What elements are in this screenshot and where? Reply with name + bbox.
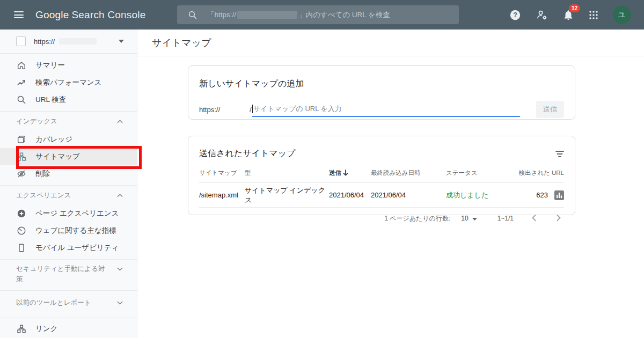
sidebar-item-sitemaps[interactable]: サイトマップ [0, 148, 137, 165]
rows-per-page-select[interactable]: 10 [461, 215, 477, 222]
sitemap-url-placeholder: サイトマップの URL を入力 [253, 104, 342, 114]
sidebar-item-mobile-usability[interactable]: モバイル ユーザビリティ [0, 239, 137, 256]
chevron-up-icon [117, 120, 123, 123]
property-selector[interactable]: https:// [0, 30, 137, 54]
sidebar-item-links[interactable]: リンク [0, 320, 137, 337]
chevron-down-icon [117, 267, 123, 271]
col-discovered-urls[interactable]: 検出された URL [516, 169, 564, 177]
top-app-bar: GoogleSearch Console 「https://」内のすべての UR… [0, 0, 644, 30]
col-type[interactable]: 型 [245, 169, 329, 177]
submitted-sitemaps-title: 送信されたサイトマップ [199, 148, 295, 159]
coverage-pages-icon [16, 135, 27, 144]
cell-submitted-date: 2021/06/04 [329, 191, 371, 199]
app-logo: GoogleSearch Console [35, 9, 145, 21]
redacted-domain [237, 11, 297, 19]
property-url: https:// [34, 38, 55, 46]
home-icon [16, 61, 27, 70]
topbar-actions: ? 12 ユ [509, 0, 631, 30]
sidebar-item-performance[interactable]: 検索パフォーマンス [0, 74, 137, 91]
table-header-row: サイトマップ 型 送信 最終読み込み日時 ステータス 検出された URL [199, 169, 564, 177]
sitemap-table-row[interactable]: /sitemap.xml サイトマップ インデックス 2021/06/04 20… [199, 183, 564, 207]
account-avatar[interactable]: ユ [613, 6, 631, 24]
help-button[interactable]: ? [509, 9, 521, 21]
search-placeholder: 「https://」内のすべての URL を検査 [207, 10, 390, 20]
url-inspect-search-icon [16, 95, 27, 105]
svg-text:?: ? [513, 11, 517, 19]
protocol-label: https:// [199, 106, 220, 114]
col-last-read[interactable]: 最終読み込み日時 [371, 169, 446, 177]
sidebar-item-coverage[interactable]: カバレッジ [0, 131, 137, 148]
add-sitemap-form: https:// / サイトマップの URL を入力 送信 [199, 101, 564, 118]
submitted-sitemaps-card: 送信されたサイトマップ サイトマップ 型 送信 最終読み込み日時 ステータス 検… [188, 136, 575, 215]
section-experience[interactable]: エクスペリエンス [0, 186, 137, 205]
submit-sitemap-button[interactable]: 送信 [536, 101, 564, 118]
property-dropdown-caret-icon [119, 40, 124, 43]
next-page-chevron-icon[interactable] [557, 215, 561, 223]
page-title: サイトマップ [152, 36, 211, 49]
add-sitemap-title: 新しいサイトマップの追加 [199, 78, 564, 90]
cell-last-read-date: 2021/06/04 [371, 191, 446, 199]
performance-chart-icon [16, 78, 27, 87]
view-coverage-chart-icon[interactable] [554, 190, 564, 200]
main-content: 新しいサイトマップの追加 https:// / サイトマップの URL を入力 … [137, 57, 644, 338]
sitemap-tree-icon [16, 152, 27, 161]
previous-page-chevron-icon[interactable] [532, 215, 536, 223]
rows-per-page-label: 1 ページあたりの行数: [384, 214, 450, 223]
smartphone-icon [16, 243, 27, 253]
section-security-manual-actions[interactable]: セキュリティと手動による対策 [0, 260, 137, 288]
cell-status-success: 成功しました [446, 190, 516, 200]
filter-icon[interactable] [555, 150, 564, 158]
pagination-range: 1~1/1 [497, 215, 514, 222]
visibility-off-icon [16, 169, 27, 179]
page-header: サイトマップ [137, 30, 644, 56]
redacted-domain-space [220, 109, 250, 110]
rows-per-page-caret-icon [472, 215, 477, 222]
add-sitemap-card: 新しいサイトマップの追加 https:// / サイトマップの URL を入力 … [188, 65, 575, 120]
col-submitted-sorted[interactable]: 送信 [329, 169, 371, 177]
speedometer-icon [16, 226, 27, 236]
notification-count-badge: 12 [569, 4, 580, 12]
logo-google: Google [35, 9, 69, 20]
text-cursor [252, 105, 253, 113]
col-sitemap[interactable]: サイトマップ [199, 169, 245, 177]
sidebar-item-summary[interactable]: サマリー [0, 57, 137, 74]
user-settings-icon[interactable] [536, 9, 548, 21]
sort-descending-arrow-icon [343, 170, 348, 177]
property-favicon [16, 36, 26, 46]
links-tree-icon [16, 324, 27, 334]
search-icon [188, 11, 197, 19]
google-apps-grid-icon[interactable] [589, 10, 598, 20]
cell-sitemap-path: /sitemap.xml [199, 191, 245, 199]
sidebar-item-page-experience[interactable]: ページ エクスペリエンス [0, 205, 137, 222]
hamburger-menu-icon[interactable] [14, 10, 24, 20]
cell-type: サイトマップ インデックス [245, 186, 329, 205]
sidebar-item-removals[interactable]: 削除 [0, 165, 137, 182]
redacted-property-domain [59, 38, 97, 45]
sidebar: https:// サマリー 検索パフォーマンス URL 検査 インデックス [0, 30, 137, 338]
col-status[interactable]: ステータス [446, 169, 516, 177]
section-legacy-tools[interactable]: 以前のツールとレポート [0, 291, 137, 314]
cell-discovered-count: 623 [536, 191, 548, 199]
path-separator: / [250, 106, 252, 114]
sidebar-item-url-inspection[interactable]: URL 検査 [0, 91, 137, 108]
section-index[interactable]: インデックス [0, 112, 137, 131]
table-pagination: 1 ページあたりの行数: 10 1~1/1 [199, 208, 564, 229]
sitemap-url-input[interactable]: サイトマップの URL を入力 [252, 102, 520, 117]
url-inspection-search-input[interactable]: 「https://」内のすべての URL を検査 [177, 5, 459, 24]
page-experience-star-icon [16, 209, 27, 218]
sidebar-item-core-web-vitals[interactable]: ウェブに関する主な指標 [0, 222, 137, 239]
chevron-down-icon [117, 301, 123, 305]
chevron-up-icon [117, 194, 123, 197]
notifications-bell-icon[interactable]: 12 [562, 9, 574, 21]
logo-search-console: Search Console [71, 9, 145, 20]
